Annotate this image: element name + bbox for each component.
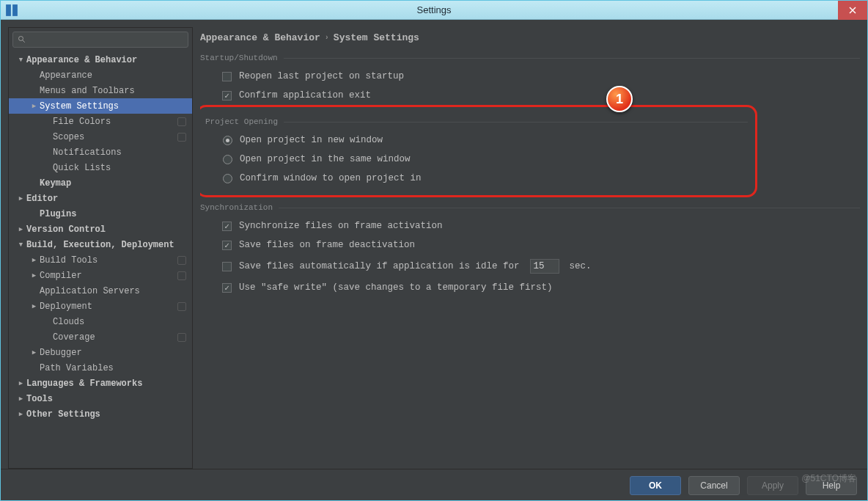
input-idle-seconds[interactable]: 15 bbox=[530, 259, 559, 274]
tree-item[interactable]: ▶System Settings bbox=[9, 98, 192, 114]
chevron-right-icon: › bbox=[325, 34, 329, 42]
section-sync-title: Synchronization bbox=[200, 203, 273, 212]
svg-rect-1 bbox=[12, 4, 18, 16]
tree-item[interactable]: ▶Compiler bbox=[9, 268, 192, 283]
tree-item[interactable]: ▶Debugger bbox=[9, 345, 192, 360]
label-new-window: Open project in new window bbox=[240, 135, 383, 145]
arrow-icon: ▶ bbox=[31, 271, 37, 279]
tree-item[interactable]: ▼Appearance & Behavior bbox=[9, 52, 192, 67]
tree-item-label: Appearance & Behavior bbox=[26, 55, 137, 65]
tree-item[interactable]: ▶Other Settings bbox=[9, 406, 192, 422]
tree-item[interactable]: Appearance bbox=[9, 67, 192, 83]
svg-rect-0 bbox=[6, 4, 11, 16]
tree-item[interactable]: Menus and Toolbars bbox=[9, 83, 192, 98]
tree-item[interactable]: ▶Languages & Frameworks bbox=[9, 376, 192, 391]
svg-line-5 bbox=[23, 40, 25, 43]
tree-item[interactable]: File Colors bbox=[9, 114, 192, 129]
tree-item-label: Quick Lists bbox=[53, 163, 111, 173]
tree-item-label: Clouds bbox=[53, 317, 84, 327]
tree-item-label: File Colors bbox=[53, 117, 111, 127]
search-icon bbox=[18, 35, 26, 44]
close-button[interactable] bbox=[838, 1, 867, 20]
tree-item-label: Path Variables bbox=[40, 363, 114, 373]
arrow-icon: ▶ bbox=[31, 302, 37, 310]
highlight-annotation: Project Opening Open project in new wind… bbox=[200, 105, 757, 197]
label-confirm-window: Confirm window to open project in bbox=[240, 173, 422, 183]
tree-item-label: Menus and Toolbars bbox=[40, 86, 135, 96]
tree-item-label: Tools bbox=[26, 394, 53, 404]
tree-item-label: Debugger bbox=[40, 348, 82, 358]
arrow-icon: ▶ bbox=[18, 225, 24, 233]
dialog-footer: OK Cancel Apply Help bbox=[1, 469, 867, 501]
label-safe-write: Use "safe write" (save changes to a temp… bbox=[239, 282, 553, 293]
project-badge-icon bbox=[177, 271, 186, 280]
breadcrumb-root: Appearance & Behavior bbox=[200, 32, 320, 43]
window-title: Settings bbox=[417, 4, 452, 15]
tree-item-label: System Settings bbox=[40, 101, 119, 111]
project-badge-icon bbox=[177, 133, 186, 142]
checkbox-safe-write[interactable] bbox=[222, 283, 232, 293]
titlebar: Settings bbox=[1, 1, 867, 20]
checkbox-confirm-exit[interactable] bbox=[222, 91, 232, 100]
radio-same-window[interactable] bbox=[223, 155, 232, 164]
project-badge-icon bbox=[177, 302, 186, 311]
label-save-idle-pre: Save files automatically if application … bbox=[239, 261, 520, 271]
arrow-icon: ▶ bbox=[31, 256, 37, 264]
project-badge-icon bbox=[177, 333, 186, 342]
arrow-icon: ▶ bbox=[31, 348, 37, 356]
arrow-icon: ▼ bbox=[18, 56, 24, 64]
checkbox-save-deact[interactable] bbox=[222, 241, 232, 250]
tree-item[interactable]: ▶Tools bbox=[9, 391, 192, 406]
tree-item[interactable]: Coverage bbox=[9, 329, 192, 345]
settings-content: Appearance & Behavior › System Settings … bbox=[200, 27, 860, 469]
tree-item[interactable]: ▼Build, Execution, Deployment bbox=[9, 237, 192, 252]
arrow-icon: ▼ bbox=[18, 241, 24, 249]
breadcrumb: Appearance & Behavior › System Settings bbox=[200, 27, 860, 48]
svg-point-4 bbox=[19, 37, 23, 41]
cancel-button[interactable]: Cancel bbox=[688, 476, 740, 495]
arrow-icon: ▶ bbox=[31, 102, 37, 110]
tree-item[interactable]: ▶Editor bbox=[9, 191, 192, 206]
tree-item[interactable]: Scopes bbox=[9, 129, 192, 145]
checkbox-save-idle[interactable] bbox=[222, 262, 232, 271]
label-confirm-exit: Confirm application exit bbox=[239, 90, 371, 100]
tree-item-label: Editor bbox=[26, 194, 58, 204]
project-badge-icon bbox=[177, 256, 186, 265]
tree-item-label: Build Tools bbox=[40, 255, 98, 266]
radio-confirm-window[interactable] bbox=[223, 174, 232, 183]
arrow-icon: ▶ bbox=[18, 395, 24, 403]
tree-item-label: Scopes bbox=[53, 132, 84, 142]
tree-item[interactable]: ▶Deployment bbox=[9, 299, 192, 314]
tree-item-label: Build, Execution, Deployment bbox=[26, 240, 174, 250]
tree-item[interactable]: Clouds bbox=[9, 314, 192, 329]
help-button[interactable]: Help bbox=[806, 476, 857, 495]
label-sync-frame: Synchronize files on frame activation bbox=[239, 221, 443, 231]
section-startup-title: Startup/Shutdown bbox=[200, 54, 278, 62]
label-same-window: Open project in the same window bbox=[240, 154, 411, 164]
label-save-deact: Save files on frame deactivation bbox=[239, 240, 415, 250]
tree-item[interactable]: Keymap bbox=[9, 175, 192, 191]
tree-item-label: Keymap bbox=[40, 178, 71, 189]
apply-button[interactable]: Apply bbox=[747, 476, 798, 495]
arrow-icon: ▶ bbox=[18, 379, 24, 387]
tree-item-label: Application Servers bbox=[40, 286, 140, 296]
tree-item-label: Coverage bbox=[53, 332, 95, 343]
radio-new-window[interactable] bbox=[223, 136, 232, 145]
tree-item-label: Appearance bbox=[40, 70, 92, 81]
ok-button[interactable]: OK bbox=[630, 476, 681, 495]
tree-item[interactable]: ▶Build Tools bbox=[9, 252, 192, 268]
tree-item[interactable]: Plugins bbox=[9, 206, 192, 222]
arrow-icon: ▶ bbox=[18, 194, 24, 202]
tree-item-label: Languages & Frameworks bbox=[26, 379, 142, 389]
search-input[interactable] bbox=[12, 32, 188, 48]
settings-sidebar: ▼Appearance & BehaviorAppearanceMenus an… bbox=[8, 27, 193, 469]
project-badge-icon bbox=[177, 117, 186, 126]
tree-item[interactable]: Application Servers bbox=[9, 283, 192, 299]
tree-item[interactable]: Path Variables bbox=[9, 360, 192, 376]
tree-item[interactable]: Quick Lists bbox=[9, 160, 192, 175]
checkbox-sync-frame[interactable] bbox=[222, 222, 232, 231]
tree-item[interactable]: ▶Version Control bbox=[9, 222, 192, 237]
checkbox-reopen-project[interactable] bbox=[222, 72, 232, 81]
tree-item-label: Other Settings bbox=[26, 409, 100, 420]
tree-item[interactable]: Notifications bbox=[9, 145, 192, 160]
